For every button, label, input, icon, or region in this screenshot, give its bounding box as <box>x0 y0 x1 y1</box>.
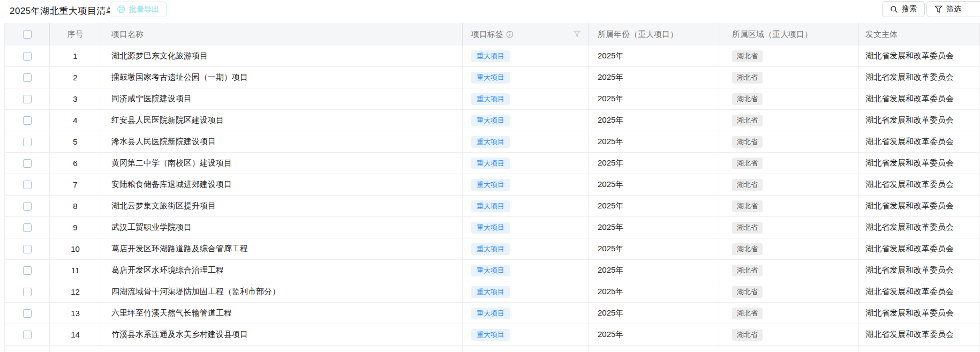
project-issuer: 湖北省发展和改革委员会 <box>859 260 980 281</box>
project-issuer: 湖北省发展和改革委员会 <box>859 174 980 195</box>
project-region-badge: 湖北省 <box>732 72 763 84</box>
select-all-checkbox[interactable] <box>23 30 32 39</box>
project-tag-cell: 重大项目 <box>463 196 589 216</box>
row-checkbox-cell <box>5 303 50 324</box>
page-title: 2025年湖北重大项目清单 <box>10 5 115 17</box>
project-region-cell: 湖北省 <box>719 153 859 174</box>
row-index: 8 <box>50 196 101 216</box>
row-checkbox[interactable] <box>23 181 32 189</box>
project-tag-badge: 重大项目 <box>471 286 510 298</box>
project-name: 四湖流域骨干河渠堤防加固工程（监利市部分） <box>101 281 463 302</box>
table-row: 4 红安县人民医院新院区建设项目 重大项目 2025年 湖北省 湖北省发展和改革… <box>5 110 980 131</box>
row-checkbox[interactable] <box>23 116 32 125</box>
project-year: 2025年 <box>589 260 719 281</box>
project-name: 湖北云梦集文旅街区提升项目 <box>101 196 463 216</box>
project-issuer: 湖北省发展和改革委员会 <box>859 110 980 131</box>
export-icon <box>117 5 125 13</box>
table-row: 2 擂鼓墩国家考古遗址公园（一期）项目 重大项目 2025年 湖北省 湖北省发展… <box>5 67 980 88</box>
row-checkbox-cell <box>5 324 50 345</box>
project-region-cell: 湖北省 <box>719 324 859 345</box>
row-checkbox[interactable] <box>23 52 32 61</box>
row-checkbox[interactable] <box>23 202 32 211</box>
row-checkbox[interactable] <box>23 288 32 296</box>
filter-button[interactable]: 筛选 <box>926 1 980 17</box>
row-checkbox-cell <box>5 260 50 281</box>
row-checkbox-cell <box>5 238 50 259</box>
search-button[interactable]: 搜索 <box>882 1 925 17</box>
info-icon[interactable] <box>506 31 514 38</box>
project-year: 2025年 <box>589 238 719 259</box>
project-name: 竹溪县水系连通及水美乡村建设县项目 <box>101 324 463 345</box>
table-row: 9 武汉工贸职业学院项目 重大项目 2025年 湖北省 湖北省发展和改革委员会 <box>5 217 980 238</box>
table-header-row: 序号 项目名称 项目标签 <box>5 23 980 46</box>
row-checkbox-cell <box>5 88 50 109</box>
project-year: 2025年 <box>589 110 719 131</box>
row-checkbox-cell <box>5 46 50 66</box>
project-region-cell: 湖北省 <box>719 174 859 195</box>
project-issuer: 湖北省发展和改革委员会 <box>859 46 980 66</box>
row-checkbox[interactable] <box>23 159 32 168</box>
project-name: 同济咸宁医院建设项目 <box>101 88 463 109</box>
project-tag-cell: 重大项目 <box>463 46 589 66</box>
project-tag-badge: 重大项目 <box>471 222 510 234</box>
project-region-cell: 湖北省 <box>719 67 859 88</box>
row-checkbox[interactable] <box>23 266 32 275</box>
project-year: 2025年 <box>589 153 719 174</box>
project-name: 黄冈第二中学（南校区）建设项目 <box>101 153 463 174</box>
table-row: 7 安陆粮食储备库退城进郊建设项目 重大项目 2025年 湖北省 湖北省发展和改… <box>5 174 980 196</box>
project-name: 武汉工贸职业学院项目 <box>101 217 463 238</box>
project-tag-cell: 重大项目 <box>463 153 589 174</box>
project-region-badge: 湖北省 <box>732 200 763 212</box>
col-header-region: 所属区域（重大项目） <box>719 23 859 46</box>
table-row: 6 黄冈第二中学（南校区）建设项目 重大项目 2025年 湖北省 湖北省发展和改… <box>5 153 980 174</box>
row-checkbox-cell <box>5 153 50 174</box>
row-checkbox[interactable] <box>23 245 32 253</box>
row-checkbox[interactable] <box>23 223 32 232</box>
project-tag-cell: 重大项目 <box>463 174 589 195</box>
project-name: 浠水县人民医院新院建设项目 <box>101 131 463 152</box>
row-checkbox-cell <box>5 217 50 238</box>
project-year: 2025年 <box>589 46 719 66</box>
project-region-cell: 湖北省 <box>719 46 859 66</box>
row-checkbox-cell <box>5 196 50 216</box>
project-tag-badge: 重大项目 <box>471 243 510 255</box>
row-checkbox[interactable] <box>23 138 32 146</box>
batch-export-button[interactable]: 批量导出 <box>110 2 167 17</box>
project-region-cell: 湖北省 <box>719 303 859 324</box>
project-tag-badge: 重大项目 <box>471 50 510 62</box>
row-checkbox-cell <box>5 131 50 152</box>
project-issuer: 湖北省发展和改革委员会 <box>859 88 980 109</box>
filter-label: 筛选 <box>946 4 961 14</box>
project-year: 2025年 <box>589 196 719 216</box>
table-row: 8 湖北云梦集文旅街区提升项目 重大项目 2025年 湖北省 湖北省发展和改革委… <box>5 196 980 217</box>
row-checkbox-cell <box>5 110 50 131</box>
row-checkbox[interactable] <box>23 331 32 339</box>
project-tag-badge: 重大项目 <box>471 265 510 276</box>
project-name: 湖北源梦巴东文化旅游项目 <box>101 46 463 66</box>
table-row: 14 竹溪县水系连通及水美乡村建设县项目 重大项目 2025年 湖北省 湖北省发… <box>5 324 980 346</box>
project-year: 2025年 <box>589 67 719 88</box>
col-header-index: 序号 <box>50 23 101 46</box>
row-index: 7 <box>50 174 101 195</box>
project-tag-cell: 重大项目 <box>463 260 589 281</box>
app-window: 2025年湖北重大项目清单 批量导出 搜索 <box>0 0 980 352</box>
project-issuer: 湖北省发展和改革委员会 <box>859 281 980 302</box>
search-label: 搜索 <box>902 4 917 14</box>
table-row: 5 浠水县人民医院新院建设项目 重大项目 2025年 湖北省 湖北省发展和改革委… <box>5 131 980 153</box>
project-issuer: 湖北省发展和改革委员会 <box>859 238 980 259</box>
project-name: 葛店开发区环湖路道路及综合管廊工程 <box>101 238 463 259</box>
row-checkbox[interactable] <box>23 309 32 318</box>
row-checkbox[interactable] <box>23 73 32 82</box>
project-region-cell: 湖北省 <box>719 196 859 216</box>
row-checkbox[interactable] <box>23 95 32 103</box>
project-name: 擂鼓墩国家考古遗址公园（一期）项目 <box>101 67 463 88</box>
row-checkbox-cell <box>5 174 50 195</box>
col-header-issuer: 发文主体 <box>859 23 980 46</box>
project-region-cell: 湖北省 <box>719 217 859 238</box>
table-row: 3 同济咸宁医院建设项目 重大项目 2025年 湖北省 湖北省发展和改革委员会 <box>5 88 980 110</box>
col-header-year: 所属年份（重大项目） <box>589 23 719 46</box>
project-year: 2025年 <box>589 303 719 324</box>
project-tag-badge: 重大项目 <box>471 179 510 191</box>
project-tag-cell: 重大项目 <box>463 238 589 259</box>
column-filter-icon[interactable] <box>574 30 581 39</box>
